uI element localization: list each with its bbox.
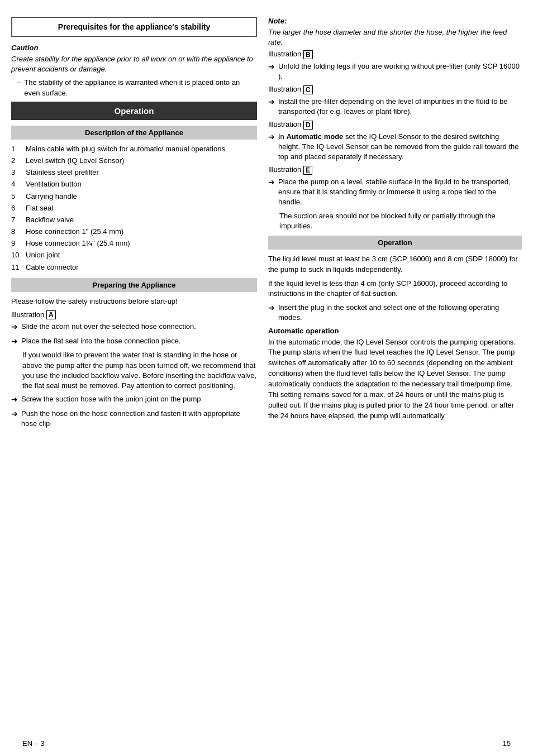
note-text: The larger the hose diameter and the sho…: [268, 27, 522, 47]
item-text: Ventilation button: [26, 179, 82, 189]
arrow-e-item: ➔ Place the pump on a level, stabile sur…: [268, 177, 522, 208]
arrow-text: Slide the acorn nut over the selected ho…: [21, 322, 196, 333]
arrow-b-text: Unfold the folding legs if you are worki…: [278, 61, 522, 82]
numbered-item: 7Backflow valve: [11, 215, 257, 225]
item-num: 5: [11, 192, 21, 202]
footer-right: 15: [503, 739, 511, 748]
item-num: 2: [11, 156, 21, 166]
operation-text2: If the liquid level is less than 4 cm (o…: [268, 279, 522, 300]
operation-text1: The liquid level must at least be 3 cm (…: [268, 254, 522, 275]
arrow-e-sub: The suction area should not be blocked f…: [279, 211, 522, 231]
left-arrow-items: ➔Slide the acorn nut over the selected h…: [11, 322, 257, 429]
illustration-c-label: Illustration C: [268, 85, 522, 94]
item-text: Union joint: [26, 250, 60, 260]
arrow-left-item-0: ➔Slide the acorn nut over the selected h…: [11, 322, 257, 333]
operation-title-right: Operation: [275, 238, 515, 247]
numbered-item: 1Mains cable with plug switch for automa…: [11, 144, 257, 154]
item-text: Cable connector: [26, 262, 79, 272]
arrow-insert-icon: ➔: [268, 303, 275, 323]
dash-item: – The stability of the appliance is warr…: [17, 78, 257, 98]
arrow-icon: ➔: [11, 409, 18, 429]
operation-title-left: Operation: [19, 106, 249, 116]
right-column: Note: The larger the hose diameter and t…: [268, 17, 522, 739]
preparing-intro: Please follow the safety instructions be…: [11, 296, 257, 307]
arrow-b-item: ➔ Unfold the folding legs if you are wor…: [268, 61, 522, 82]
illustration-e-box: E: [303, 166, 312, 175]
note-title: Note:: [268, 17, 522, 25]
item-text: Level switch (IQ Level Sensor): [26, 156, 124, 166]
illustration-d-label: Illustration D: [268, 120, 522, 130]
numbered-item: 10Union joint: [11, 250, 257, 260]
numbered-item: 6Flat seal: [11, 203, 257, 213]
caution-title: Caution: [11, 44, 257, 52]
item-text: Hose connection 1¹⁄₄" (25.4 mm): [26, 238, 130, 248]
arrow-icon: ➔: [11, 322, 18, 333]
footer-left: EN – 3: [22, 739, 45, 748]
illustration-b-label: Illustration B: [268, 50, 522, 59]
item-num: 8: [11, 227, 21, 237]
arrow-d-icon: ➔: [268, 132, 275, 162]
description-title: Description of the Appliance: [18, 128, 250, 137]
numbered-item: 5Carrying handle: [11, 192, 257, 202]
auto-op-title: Automatic operation: [268, 327, 522, 335]
item-text: Backflow valve: [26, 215, 74, 225]
arrow-d-item: ➔ In Automatic mode set the IQ Level Sen…: [268, 132, 522, 162]
item-num: 1: [11, 144, 21, 154]
arrow-c-text: Install the pre-filter depending on the …: [278, 97, 522, 117]
dash-symbol: –: [17, 78, 21, 98]
auto-op-text: In the automatic mode, the IQ Level Sens…: [268, 337, 522, 422]
arrow-left-item-3: ➔Push the hose on the hose connection an…: [11, 409, 257, 429]
item-text: Stainless steel prefilter: [26, 168, 99, 178]
arrow-c-item: ➔ Install the pre-filter depending on th…: [268, 97, 522, 117]
prerequisites-title: Prerequisites for the appliance's stabil…: [19, 22, 249, 31]
caution-text: Create stability for the appliance prior…: [11, 54, 257, 74]
illustration-e-label: Illustration E: [268, 165, 522, 175]
description-box: Description of the Appliance: [11, 126, 257, 140]
illustration-a-box: A: [46, 310, 56, 319]
item-num: 7: [11, 215, 21, 225]
arrow-text: Place the flat seal into the hose connec…: [21, 336, 180, 347]
arrow-e-text: Place the pump on a level, stabile surfa…: [278, 177, 522, 208]
numbered-item: 3Stainless steel prefilter: [11, 168, 257, 178]
arrow-b-icon: ➔: [268, 61, 275, 82]
item-num: 9: [11, 238, 21, 248]
arrow-left-item-2: ➔Screw the suction hose with the union j…: [11, 394, 257, 405]
left-column: Prerequisites for the appliance's stabil…: [11, 17, 257, 739]
item-text: Hose connection 1" (25.4 mm): [26, 227, 123, 237]
arrow-text: Screw the suction hose with the union jo…: [21, 394, 201, 405]
operation-box-left: Operation: [11, 102, 257, 120]
item-num: 10: [11, 250, 21, 260]
illustration-d-box: D: [303, 121, 313, 130]
arrow-e-icon: ➔: [268, 177, 275, 208]
arrow-sub-1: If you would like to prevent the water t…: [22, 350, 257, 391]
arrow-left-item-1: ➔Place the flat seal into the hose conne…: [11, 336, 257, 391]
arrow-insert-text: Insert the plug in the socket and select…: [278, 303, 522, 323]
arrow-insert-item: ➔ Insert the plug in the socket and sele…: [268, 303, 522, 323]
item-text: Mains cable with plug switch for automat…: [26, 144, 225, 154]
prerequisites-box: Prerequisites for the appliance's stabil…: [11, 17, 257, 37]
illustration-a-label: Illustration A: [11, 310, 257, 320]
preparing-box: Preparing the Appliance: [11, 278, 257, 292]
arrow-c-icon: ➔: [268, 97, 275, 117]
arrow-d-text: In Automatic mode set the IQ Level Senso…: [278, 132, 522, 162]
illustration-c-box: C: [303, 85, 313, 94]
numbered-item: 2Level switch (IQ Level Sensor): [11, 156, 257, 166]
item-num: 11: [11, 262, 21, 272]
item-num: 3: [11, 168, 21, 178]
numbered-item: 11Cable connector: [11, 262, 257, 272]
operation-box-right: Operation: [268, 236, 522, 250]
dash-text: The stability of the appliance is warran…: [24, 78, 257, 98]
preparing-title: Preparing the Appliance: [18, 281, 250, 289]
item-text: Flat seal: [26, 203, 53, 213]
arrow-text: Push the hose on the hose connection and…: [21, 409, 257, 429]
item-num: 6: [11, 203, 21, 213]
item-text: Carrying handle: [26, 192, 77, 202]
item-num: 4: [11, 179, 21, 189]
arrow-icon: ➔: [11, 394, 18, 405]
appliance-parts-list: 1Mains cable with plug switch for automa…: [11, 144, 257, 272]
numbered-item: 4Ventilation button: [11, 179, 257, 189]
arrow-icon: ➔: [11, 336, 18, 347]
numbered-item: 9Hose connection 1¹⁄₄" (25.4 mm): [11, 238, 257, 248]
illustration-b-box: B: [303, 50, 313, 59]
numbered-item: 8Hose connection 1" (25.4 mm): [11, 227, 257, 237]
